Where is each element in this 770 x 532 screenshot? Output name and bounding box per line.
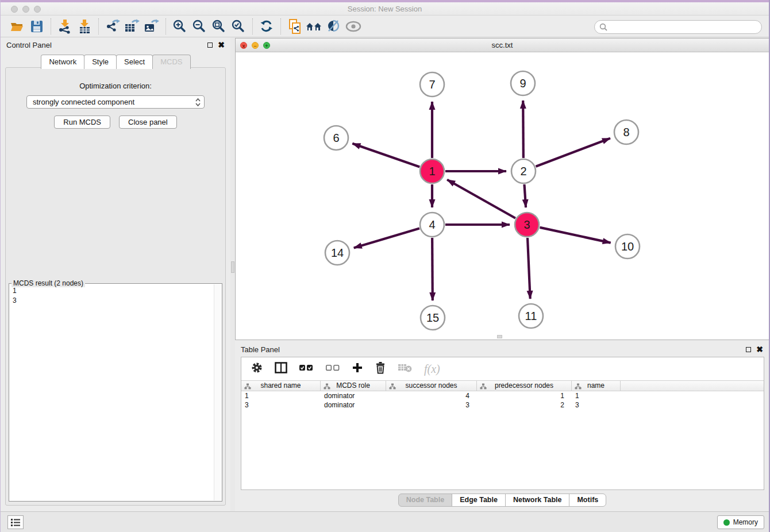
status-bar: Memory [1, 511, 769, 532]
zoom-in-icon[interactable] [170, 18, 190, 35]
search-input[interactable] [607, 21, 761, 33]
deselect-all-columns-icon[interactable] [325, 364, 340, 374]
node-15[interactable]: 15 [421, 306, 445, 330]
column-header-MCDS-role[interactable]: MCDS role [321, 381, 386, 391]
zoom-selected-icon[interactable] [229, 18, 248, 35]
canvas-resize-grip[interactable] [497, 335, 502, 338]
search-icon [599, 23, 607, 31]
cell-shared-name[interactable]: 1 [241, 391, 321, 400]
refresh-layout-icon[interactable] [257, 18, 276, 35]
tab-network[interactable]: Network [41, 55, 84, 69]
clone-network-icon[interactable] [285, 18, 305, 35]
window-title: Session: New Session [1, 5, 769, 13]
task-history-button[interactable] [7, 515, 24, 529]
cell-successor-nodes[interactable]: 4 [386, 391, 477, 400]
tab-network-table[interactable]: Network Table [505, 494, 570, 507]
table-panel: Table Panel ✖ [235, 342, 769, 511]
toolbar-separator [51, 18, 51, 34]
hide-selected-icon[interactable] [324, 18, 344, 35]
network-graph[interactable]: 7968124314101511 [236, 52, 769, 340]
edge-2-9[interactable] [523, 101, 523, 158]
table-toolbar: f(x) [241, 357, 764, 380]
first-neighbors-icon[interactable] [305, 18, 324, 35]
delete-row-icon[interactable] [375, 361, 386, 376]
toolbar-separator [280, 18, 281, 34]
panel-splitter[interactable] [230, 37, 235, 511]
cell-successor-nodes[interactable]: 3 [386, 400, 477, 410]
node-2[interactable]: 2 [511, 159, 536, 183]
export-table-icon[interactable] [122, 18, 142, 35]
edge-3-10[interactable] [540, 228, 610, 243]
cell-name[interactable]: 3 [572, 400, 621, 410]
add-row-icon[interactable] [352, 362, 363, 376]
svg-text:10: 10 [621, 240, 634, 253]
splitter-grip[interactable] [231, 261, 234, 273]
search-field[interactable] [594, 20, 762, 34]
float-panel-icon[interactable] [207, 43, 213, 48]
cell-shared-name[interactable]: 3 [241, 400, 321, 410]
cell-MCDS-role[interactable]: dominator [321, 400, 386, 410]
settings-gear-icon[interactable] [251, 361, 263, 376]
tab-select[interactable]: Select [116, 55, 153, 69]
export-network-icon[interactable] [103, 18, 122, 35]
export-image-icon[interactable] [142, 18, 161, 35]
memory-button[interactable]: Memory [717, 515, 764, 529]
edge-2-3[interactable] [524, 184, 526, 207]
edge-4-14[interactable] [354, 229, 419, 248]
tab-style[interactable]: Style [84, 55, 117, 69]
close-panel-icon[interactable]: ✖ [218, 42, 225, 48]
select-all-columns-icon[interactable] [299, 364, 314, 374]
edge-1-6[interactable] [352, 144, 419, 167]
close-table-panel-icon[interactable]: ✖ [756, 346, 763, 352]
network-window-titlebar[interactable]: x – + scc.txt [236, 38, 769, 52]
cell-predecessor-nodes[interactable]: 1 [477, 391, 572, 400]
node-1[interactable]: 1 [420, 159, 444, 183]
application-window: { "window": { "title": "Session: New Ses… [0, 0, 770, 532]
result-scrollbar[interactable] [214, 284, 221, 500]
edge-2-8[interactable] [536, 138, 610, 167]
open-session-icon[interactable] [7, 18, 27, 35]
tab-edge-table[interactable]: Edge Table [452, 494, 506, 507]
node-11[interactable]: 11 [519, 304, 543, 328]
table-panel-header: Table Panel ✖ [235, 342, 769, 357]
node-3[interactable]: 3 [515, 213, 539, 237]
table-tabs: Node TableEdge TableNetwork TableMotifs [235, 494, 769, 507]
tab-node-table[interactable]: Node Table [398, 494, 452, 507]
column-header-successor-nodes[interactable]: successor nodes [386, 381, 477, 391]
edge-4-15[interactable] [432, 238, 433, 300]
optimization-criterion-select[interactable]: strongly connected component [26, 95, 205, 109]
table-row[interactable]: 3dominator323 [241, 400, 764, 410]
table-body: 1dominator4113dominator323 [241, 391, 764, 410]
mcds-result-text[interactable]: 1 3 [10, 285, 213, 500]
import-table-icon[interactable] [75, 18, 94, 35]
run-mcds-button[interactable]: Run MCDS [54, 115, 110, 129]
node-10[interactable]: 10 [615, 234, 640, 259]
node-8[interactable]: 8 [614, 120, 638, 144]
node-4[interactable]: 4 [420, 213, 444, 237]
node-7[interactable]: 7 [420, 72, 444, 97]
edge-3-11[interactable] [528, 238, 530, 299]
node-6[interactable]: 6 [324, 126, 348, 150]
table-row[interactable]: 1dominator411 [241, 391, 764, 400]
column-header-shared-name[interactable]: shared name [241, 381, 321, 391]
float-table-panel-icon[interactable] [746, 347, 751, 352]
zoom-fit-icon[interactable] [209, 18, 229, 35]
node-14[interactable]: 14 [325, 241, 349, 265]
column-header-predecessor-nodes[interactable]: predecessor nodes [477, 381, 572, 391]
hierarchy-icon [575, 383, 582, 390]
svg-text:6: 6 [333, 132, 339, 144]
zoom-out-icon[interactable] [190, 18, 209, 35]
cell-name[interactable]: 1 [572, 391, 621, 400]
tab-motifs[interactable]: Motifs [569, 494, 606, 507]
cell-MCDS-role[interactable]: dominator [321, 391, 386, 400]
column-view-icon[interactable] [275, 362, 287, 376]
save-session-icon[interactable] [27, 18, 47, 35]
column-header-name[interactable]: name [572, 381, 621, 391]
edge-3-1[interactable] [447, 180, 515, 218]
close-panel-button[interactable]: Close panel [119, 115, 177, 129]
node-9[interactable]: 9 [511, 71, 535, 95]
tab-mcds[interactable]: MCDS [152, 55, 190, 69]
cell-predecessor-nodes[interactable]: 2 [477, 400, 572, 410]
network-canvas[interactable]: 7968124314101511 [236, 52, 769, 340]
import-network-icon[interactable] [55, 18, 75, 35]
